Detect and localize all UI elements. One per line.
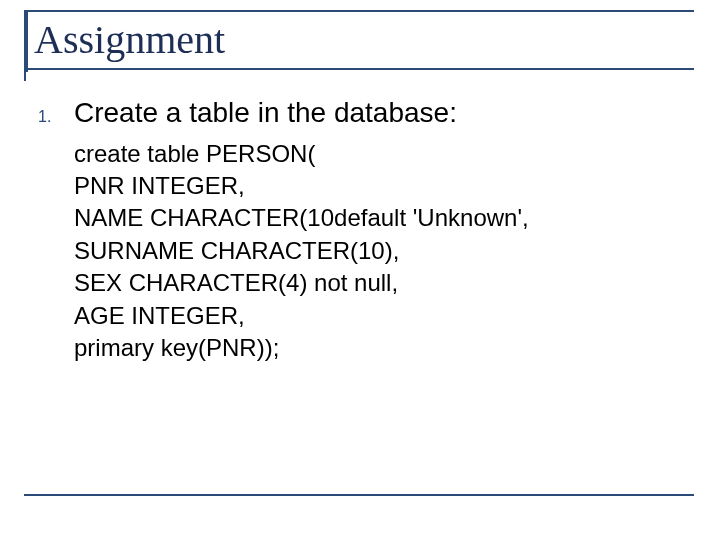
code-block: create table PERSON( PNR INTEGER, NAME C… (74, 138, 678, 365)
code-line: SURNAME CHARACTER(10), (74, 235, 678, 267)
code-line: AGE INTEGER, (74, 300, 678, 332)
code-line: PNR INTEGER, (74, 170, 678, 202)
list-item: 1. Create a table in the database: (38, 96, 678, 130)
bottom-rule (24, 494, 694, 496)
title-region: Assignment (24, 10, 694, 81)
code-line: primary key(PNR)); (74, 332, 678, 364)
list-item-text: Create a table in the database: (74, 96, 457, 130)
body-content: 1. Create a table in the database: creat… (38, 96, 678, 364)
code-line: create table PERSON( (74, 138, 678, 170)
list-number: 1. (38, 108, 74, 126)
code-line: NAME CHARACTER(10default 'Unknown', (74, 202, 678, 234)
slide: Assignment 1. Create a table in the data… (0, 0, 720, 540)
page-title: Assignment (34, 14, 694, 81)
code-line: SEX CHARACTER(4) not null, (74, 267, 678, 299)
title-underline (24, 68, 694, 70)
